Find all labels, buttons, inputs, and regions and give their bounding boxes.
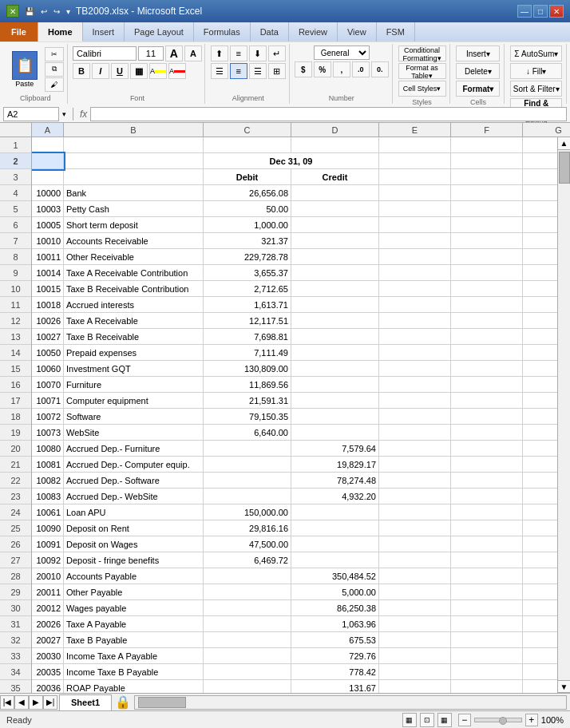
cell-r24-c1[interactable]: Loan APU: [64, 504, 204, 520]
cell-r4-c4[interactable]: [379, 185, 451, 201]
maximize-btn[interactable]: □: [533, 5, 548, 18]
redo-quick-btn[interactable]: ↪: [51, 6, 62, 17]
paste-button[interactable]: 📋 Paste: [7, 49, 42, 89]
cell-r27-c2[interactable]: 6,469.72: [204, 552, 291, 568]
sheet-nav-prev[interactable]: ◀: [14, 695, 29, 710]
cell-r6-c2[interactable]: 1,000.00: [204, 217, 291, 233]
align-right-btn[interactable]: ☰: [249, 63, 267, 79]
cell-r12-c4[interactable]: [379, 313, 451, 329]
percent-btn[interactable]: %: [314, 61, 331, 77]
sheet-nav-last[interactable]: ▶|: [43, 695, 57, 710]
cell-r19-c5[interactable]: [451, 425, 523, 441]
cell-styles-btn[interactable]: Cell Styles▾: [398, 81, 446, 97]
cell-r30-c4[interactable]: [379, 600, 451, 616]
cell-r28-c0[interactable]: 20010: [32, 568, 64, 584]
cell-r32-c0[interactable]: 20027: [32, 632, 64, 648]
cell-r23-c6[interactable]: [523, 489, 557, 504]
cell-r4-c1[interactable]: Bank: [64, 185, 204, 201]
cell-r26-c5[interactable]: [451, 536, 523, 552]
cell-r15-c3[interactable]: [291, 361, 379, 377]
cell-r18-c6[interactable]: [523, 409, 557, 425]
cell-r6-c1[interactable]: Short term deposit: [64, 217, 204, 233]
cell-r20-c3[interactable]: 7,579.64: [291, 441, 379, 457]
h-scroll-thumb[interactable]: [138, 697, 186, 708]
cell-r7-c4[interactable]: [379, 233, 451, 249]
cell-r9-c6[interactable]: [523, 265, 557, 281]
cell-r4-c0[interactable]: 10000: [32, 185, 64, 201]
cell-r15-c5[interactable]: [451, 361, 523, 377]
page-layout-view-btn[interactable]: ⊡: [420, 713, 434, 727]
cell-r8-c1[interactable]: Other Receivable: [64, 249, 204, 265]
cell-r33-c0[interactable]: 20030: [32, 648, 64, 664]
zoom-slider[interactable]: [474, 718, 522, 722]
cell-r14-c0[interactable]: 10050: [32, 345, 64, 361]
cell-date-header[interactable]: Dec 31, 09: [204, 153, 379, 169]
font-name-input[interactable]: [73, 46, 137, 61]
cell-r35-c5[interactable]: [451, 680, 523, 693]
name-box[interactable]: A2: [3, 107, 59, 121]
zoom-out-btn[interactable]: −: [458, 714, 471, 726]
cell-r33-c5[interactable]: [451, 648, 523, 664]
cell-r23-c0[interactable]: 10083: [32, 489, 64, 504]
cell-r30-c1[interactable]: Wages payable: [64, 600, 204, 616]
save-quick-btn[interactable]: 💾: [22, 6, 37, 17]
cell-r5-c2[interactable]: 50.00: [204, 201, 291, 217]
cell-r34-c3[interactable]: 778.42: [291, 664, 379, 680]
cell-r21-c0[interactable]: 10081: [32, 457, 64, 473]
close-btn[interactable]: ✕: [549, 5, 564, 18]
cell-r35-c1[interactable]: ROAP Payable: [64, 680, 204, 693]
cell-r1-c6[interactable]: [523, 137, 557, 153]
cell-r32-c4[interactable]: [379, 632, 451, 648]
cell-r19-c2[interactable]: 6,640.00: [204, 425, 291, 441]
cell-r3-c1[interactable]: [64, 169, 204, 185]
cell-r34-c6[interactable]: [523, 664, 557, 680]
page-break-view-btn[interactable]: ▦: [437, 713, 452, 727]
cell-r28-c1[interactable]: Accounts Payable: [64, 568, 204, 584]
cell-r12-c3[interactable]: [291, 313, 379, 329]
cell-r4-c6[interactable]: [523, 185, 557, 201]
cell-r31-c1[interactable]: Taxe A Payable: [64, 616, 204, 632]
cell-r35-c4[interactable]: [379, 680, 451, 693]
cell-r11-c4[interactable]: [379, 297, 451, 313]
cell-r7-c2[interactable]: 321.37: [204, 233, 291, 249]
cell-r28-c4[interactable]: [379, 568, 451, 584]
cell-r3-c5[interactable]: [451, 169, 523, 185]
cell-r9-c3[interactable]: [291, 265, 379, 281]
sheet-nav-next[interactable]: ▶: [29, 695, 43, 710]
cell-r29-c0[interactable]: 20011: [32, 584, 64, 600]
cell-r15-c4[interactable]: [379, 361, 451, 377]
format-painter-button[interactable]: 🖌: [45, 77, 64, 92]
col-header-e[interactable]: E: [379, 123, 451, 136]
cell-r27-c6[interactable]: [523, 552, 557, 568]
cell-r13-c6[interactable]: [523, 329, 557, 345]
tab-formulas[interactable]: Formulas: [194, 22, 251, 42]
cell-r12-c2[interactable]: 12,117.51: [204, 313, 291, 329]
cell-r30-c6[interactable]: [523, 600, 557, 616]
cell-r21-c4[interactable]: [379, 457, 451, 473]
tab-page-layout[interactable]: Page Layout: [125, 22, 194, 42]
cell-r33-c1[interactable]: Income Taxe A Payable: [64, 648, 204, 664]
cell-r4-c5[interactable]: [451, 185, 523, 201]
cell-r35-c0[interactable]: 20036: [32, 680, 64, 693]
cell-r17-c6[interactable]: [523, 393, 557, 409]
cell-r16-c0[interactable]: 10070: [32, 377, 64, 393]
cell-r19-c4[interactable]: [379, 425, 451, 441]
cell-r31-c6[interactable]: [523, 616, 557, 632]
scroll-thumb[interactable]: [559, 152, 570, 184]
copy-button[interactable]: ⧉: [45, 62, 64, 77]
cell-r19-c6[interactable]: [523, 425, 557, 441]
cell-r6-c3[interactable]: [291, 217, 379, 233]
tab-file[interactable]: File: [0, 22, 38, 42]
cell-r17-c3[interactable]: [291, 393, 379, 409]
cell-r31-c4[interactable]: [379, 616, 451, 632]
cell-r21-c5[interactable]: [451, 457, 523, 473]
horizontal-scrollbar[interactable]: [134, 695, 567, 710]
cell-r17-c1[interactable]: Computer equipment: [64, 393, 204, 409]
cell-r21-c2[interactable]: [204, 457, 291, 473]
cell-r10-c4[interactable]: [379, 281, 451, 297]
cell-r13-c2[interactable]: 7,698.81: [204, 329, 291, 345]
cell-r1-c4[interactable]: [379, 137, 451, 153]
cell-r16-c6[interactable]: [523, 377, 557, 393]
cell-r26-c6[interactable]: [523, 536, 557, 552]
cell-r10-c5[interactable]: [451, 281, 523, 297]
